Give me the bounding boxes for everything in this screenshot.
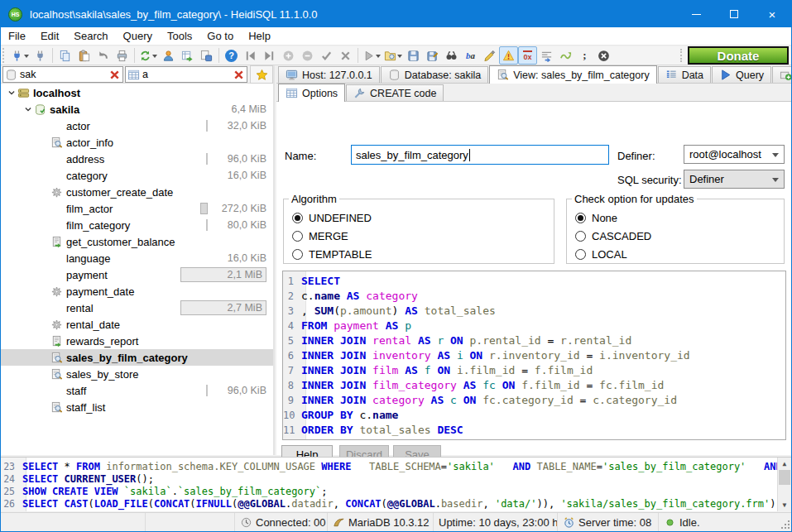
- view-name-input[interactable]: sales_by_film_category: [351, 145, 609, 165]
- user-manager-icon[interactable]: [159, 46, 178, 65]
- scroll-down-icon[interactable]: ▼: [778, 499, 791, 511]
- export-tables-icon[interactable]: [178, 46, 197, 65]
- radio-undefined[interactable]: UNDEFINED: [292, 208, 545, 227]
- refresh-icon[interactable]: [137, 46, 159, 65]
- tree-item-category[interactable]: category16,0 KiB: [1, 167, 273, 184]
- tab-data[interactable]: Data: [658, 66, 711, 83]
- radio-none[interactable]: None: [575, 208, 775, 227]
- undo-icon[interactable]: [94, 46, 113, 65]
- copy-database-icon[interactable]: [197, 46, 216, 65]
- radio-local[interactable]: LOCAL: [575, 245, 775, 263]
- tab-options[interactable]: Options: [278, 84, 345, 102]
- status-server-version: MariaDB 10.3.12: [328, 513, 434, 532]
- tree-item-rental_date[interactable]: rental_date: [1, 316, 273, 333]
- tree-item-sales_by_film_category[interactable]: sales_by_film_category: [1, 349, 273, 366]
- tree-item-rental[interactable]: rental2,7 MiB: [1, 300, 273, 316]
- tree-item-payment[interactable]: payment2,1 MiB: [1, 266, 273, 283]
- menu-go-to[interactable]: Go to: [199, 27, 241, 45]
- tree-item-film_category[interactable]: film_category80,0 KiB: [1, 217, 273, 233]
- clear-database-filter-icon[interactable]: [108, 69, 121, 81]
- tree-item-film_actor[interactable]: film_actor272,0 KiB: [1, 200, 273, 217]
- menu-edit[interactable]: Edit: [33, 27, 66, 45]
- first-record-icon[interactable]: [241, 46, 260, 65]
- paste-icon[interactable]: [74, 46, 94, 65]
- favorites-filter-button[interactable]: [250, 65, 273, 84]
- last-record-icon[interactable]: [260, 46, 279, 65]
- disconnect-icon[interactable]: [31, 46, 50, 65]
- tree-item-payment_date[interactable]: payment_date: [1, 283, 273, 300]
- tree-item-address[interactable]: address96,0 KiB: [1, 151, 273, 167]
- tree-item-sales_by_store[interactable]: sales_by_store: [1, 366, 273, 382]
- radio-cascaded[interactable]: CASCADED: [575, 227, 775, 245]
- sql-token: ,: [482, 498, 494, 510]
- binary-as-hex-icon[interactable]: 0x: [518, 46, 537, 65]
- maximize-button[interactable]: [715, 1, 753, 27]
- save-sql-as-icon[interactable]: [423, 46, 442, 65]
- tree-item-staff[interactable]: staff96,0 KiB: [1, 382, 273, 399]
- tab-create-code[interactable]: CREATE code: [346, 84, 444, 101]
- tab-view[interactable]: View: sales_by_film_category: [489, 65, 656, 84]
- tree-item-sakila[interactable]: sakila6,4 MiB: [1, 101, 273, 117]
- session-manager-icon[interactable]: [9, 46, 31, 65]
- tree-item-language[interactable]: language16,0 KiB: [1, 250, 273, 266]
- close-button[interactable]: ×: [753, 1, 791, 27]
- tree-item-actor[interactable]: actor32,0 KiB: [1, 117, 273, 134]
- definer-combobox[interactable]: root@localhost: [684, 145, 785, 164]
- save-sql-icon[interactable]: [404, 46, 423, 65]
- highlight-errors-icon[interactable]: [499, 46, 518, 65]
- sql-token: AS: [418, 334, 431, 347]
- resize-grip[interactable]: [781, 520, 790, 529]
- menu-query[interactable]: Query: [116, 27, 160, 45]
- stop-process-icon[interactable]: [594, 46, 613, 65]
- database-filter-input[interactable]: sak: [2, 66, 123, 83]
- menu-search[interactable]: Search: [66, 27, 115, 45]
- jump-to-statement-icon[interactable]: [537, 46, 556, 65]
- reformat-sql-icon[interactable]: [480, 46, 499, 65]
- help-icon[interactable]: ?: [222, 46, 241, 65]
- insert-record-icon[interactable]: [279, 46, 298, 65]
- find-text-icon[interactable]: [442, 46, 461, 65]
- sql-token: =: [580, 379, 599, 391]
- scrollbar-thumb[interactable]: [779, 470, 790, 485]
- execute-sql-icon[interactable]: [361, 46, 382, 65]
- sql-token: TABLE_SCHEMA: [369, 461, 441, 472]
- replace-text-icon[interactable]: ba: [461, 46, 480, 65]
- sql-token: [418, 304, 425, 317]
- cancel-editing-icon[interactable]: [336, 46, 355, 65]
- dbgreen-icon: [34, 103, 50, 116]
- semicolon-delimiter-icon[interactable]: ;: [575, 46, 594, 65]
- minimize-button[interactable]: [677, 1, 715, 27]
- clear-table-filter-icon[interactable]: [233, 69, 245, 81]
- tree-item-localhost[interactable]: localhost: [1, 84, 273, 101]
- scroll-up-icon[interactable]: ▲: [778, 458, 791, 470]
- new-query-tab[interactable]: [772, 66, 792, 83]
- tree-item-rewards_report[interactable]: rewards_report: [1, 333, 273, 349]
- sql-security-combobox[interactable]: Definer: [684, 170, 785, 189]
- tree-item-label: category: [66, 170, 212, 182]
- expand-chevron-icon[interactable]: [22, 105, 34, 113]
- menu-help[interactable]: Help: [241, 27, 278, 45]
- print-icon[interactable]: [113, 46, 132, 65]
- menu-tools[interactable]: Tools: [160, 27, 199, 45]
- donate-button[interactable]: Donate: [688, 46, 789, 65]
- table-filter-input[interactable]: a: [125, 66, 247, 83]
- tree-item-customer_create_date[interactable]: customer_create_date: [1, 184, 273, 200]
- sql-source-editor[interactable]: 1SELECT2c.name AS category3, SUM(p.amoun…: [282, 271, 786, 440]
- sql-token: AS: [431, 394, 444, 406]
- tree-item-get_customer_balance[interactable]: get_customer_balance: [1, 233, 273, 250]
- log-scrollbar[interactable]: ▲ ▼: [777, 458, 791, 511]
- copy-icon[interactable]: [55, 46, 74, 65]
- delete-record-icon[interactable]: [298, 46, 317, 65]
- tab-host[interactable]: Host: 127.0.0.1: [278, 66, 380, 83]
- bind-parameters-icon[interactable]: [556, 46, 575, 65]
- expand-chevron-icon[interactable]: [6, 89, 17, 97]
- menu-file[interactable]: File: [1, 27, 33, 45]
- radio-temptable[interactable]: TEMPTABLE: [292, 245, 545, 263]
- radio-merge[interactable]: MERGE: [292, 227, 545, 245]
- tab-database[interactable]: Database: sakila: [381, 66, 488, 83]
- post-changes-icon[interactable]: [317, 46, 336, 65]
- load-sql-file-icon[interactable]: [382, 46, 404, 65]
- tree-item-staff_list[interactable]: staff_list: [1, 399, 273, 415]
- tab-query[interactable]: Query: [712, 66, 771, 83]
- tree-item-actor_info[interactable]: actor_info: [1, 134, 273, 151]
